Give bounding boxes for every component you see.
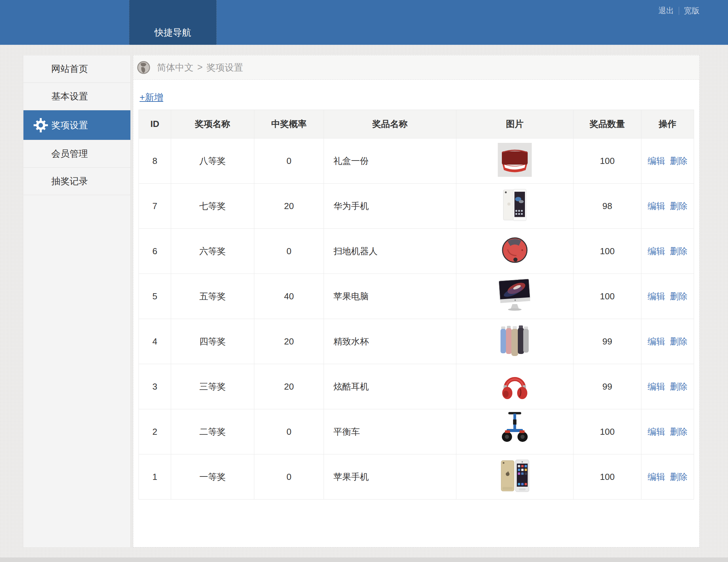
edit-link[interactable]: 编辑 [648,427,665,437]
iphone-image [498,458,532,493]
edit-link[interactable]: 编辑 [648,156,665,166]
probability-cell: 40 [254,274,324,319]
sidebar-item-label: 会员管理 [51,148,88,160]
main-area: 网站首页基本设置奖项设置会员管理抽奖记录 简体中文 > 奖项设置 +新增 [0,45,728,547]
id-cell: 2 [139,409,171,454]
probability-cell: 20 [254,184,324,229]
tab-quick-nav-label: 快捷导航 [154,26,191,39]
column-header: 奖品数量 [574,110,641,138]
prize-level-cell: 五等奖 [171,274,254,319]
delete-link[interactable]: 删除 [670,201,688,211]
edit-link[interactable]: 编辑 [648,381,665,392]
image-cell [456,409,574,454]
id-cell: 5 [139,274,171,319]
product-name-cell: 苹果电脑 [324,274,456,319]
quantity-cell: 98 [574,184,641,229]
gift-box-image [498,143,532,177]
table-header-row: ID奖项名称中奖概率奖品名称图片奖品数量操作 [139,110,694,138]
product-name-cell: 精致水杯 [324,319,456,364]
column-header: 奖品名称 [324,110,456,138]
actions-cell: 编辑删除 [641,184,694,229]
product-name-cell: 平衡车 [324,409,456,454]
edit-link[interactable]: 编辑 [648,291,665,301]
probability-cell: 0 [254,454,324,500]
robot-vacuum-image [501,237,528,264]
sidebar-item-5[interactable]: 抽奖记录 [23,168,130,195]
horizontal-scrollbar[interactable] [0,558,728,562]
actions-cell: 编辑删除 [641,409,694,454]
delete-link[interactable]: 删除 [670,291,688,301]
quantity-cell: 99 [574,364,641,409]
id-cell: 6 [139,229,171,274]
prize-level-cell: 四等奖 [171,319,254,364]
edit-link[interactable]: 编辑 [648,336,665,346]
wide-version-link[interactable]: 宽版 [684,5,699,16]
headphones-image [499,369,530,401]
image-cell [456,184,574,229]
top-links: 退出 宽版 [658,5,699,16]
id-cell: 3 [139,364,171,409]
table-row: 3三等奖20炫酷耳机99编辑删除 [139,364,694,409]
sidebar-item-label: 抽奖记录 [51,175,88,187]
delete-link[interactable]: 删除 [670,336,688,346]
quantity-cell: 100 [574,229,641,274]
breadcrumb-language: 简体中文 [157,61,194,74]
prize-level-cell: 八等奖 [171,138,254,184]
prize-level-cell: 一等奖 [171,454,254,500]
table-row: 5五等奖40苹果电脑100编辑删除 [139,274,694,319]
table-row: 6六等奖0扫地机器人100编辑删除 [139,229,694,274]
logout-link[interactable]: 退出 [658,5,674,16]
delete-link[interactable]: 删除 [670,381,688,392]
page: 快捷导航 退出 宽版 网站首页基本设置奖项设置会员管理抽奖记录 简体中文 > [0,0,728,547]
id-cell: 4 [139,319,171,364]
breadcrumb-page: 奖项设置 [206,61,243,74]
add-new-button[interactable]: +新增 [140,91,163,104]
globe-icon [137,61,150,74]
edit-link[interactable]: 编辑 [648,472,665,482]
delete-link[interactable]: 删除 [670,156,688,166]
prize-level-cell: 三等奖 [171,364,254,409]
probability-cell: 0 [254,409,324,454]
sidebar-item-2[interactable]: 基本设置 [23,83,130,110]
delete-link[interactable]: 删除 [670,427,688,437]
sidebar-item-4[interactable]: 会员管理 [23,140,130,168]
column-header: 操作 [641,110,694,138]
product-name-cell: 炫酷耳机 [324,364,456,409]
column-header: 中奖概率 [254,110,324,138]
edit-link[interactable]: 编辑 [648,246,665,256]
table-row: 7七等奖20华为手机98编辑删除 [139,184,694,229]
actions-cell: 编辑删除 [641,364,694,409]
id-cell: 7 [139,184,171,229]
gear-icon [33,117,49,133]
table-row: 1一等奖0苹果手机100编辑删除 [139,454,694,500]
actions-cell: 编辑删除 [641,138,694,184]
image-cell [456,454,574,500]
product-name-cell: 礼盒一份 [324,138,456,184]
huawei-phone-image [501,188,529,222]
content-panel: 简体中文 > 奖项设置 +新增 ID奖项名称中奖概率奖品名称图片奖品数量操作 8… [133,55,699,547]
probability-cell: 20 [254,319,324,364]
sidebar-item-1[interactable]: 网站首页 [23,55,130,83]
quantity-cell: 100 [574,409,641,454]
probability-cell: 0 [254,229,324,274]
column-header: 奖项名称 [171,110,254,138]
column-header: ID [139,110,171,138]
table-row: 8八等奖0礼盒一份100编辑删除 [139,138,694,184]
delete-link[interactable]: 删除 [670,246,688,256]
edit-link[interactable]: 编辑 [648,201,665,211]
quantity-cell: 99 [574,319,641,364]
product-name-cell: 华为手机 [324,184,456,229]
top-header: 快捷导航 退出 宽版 [0,0,728,45]
sidebar: 网站首页基本设置奖项设置会员管理抽奖记录 [23,55,131,547]
column-header: 图片 [456,110,574,138]
delete-link[interactable]: 删除 [670,472,688,482]
id-cell: 8 [139,138,171,184]
breadcrumb: 简体中文 > 奖项设置 [133,55,699,80]
product-name-cell: 苹果手机 [324,454,456,500]
breadcrumb-separator: > [197,62,203,73]
image-cell [456,274,574,319]
actions-cell: 编辑删除 [641,454,694,500]
tab-quick-nav[interactable]: 快捷导航 [129,0,217,45]
sidebar-item-3[interactable]: 奖项设置 [23,110,130,140]
divider [679,7,679,15]
